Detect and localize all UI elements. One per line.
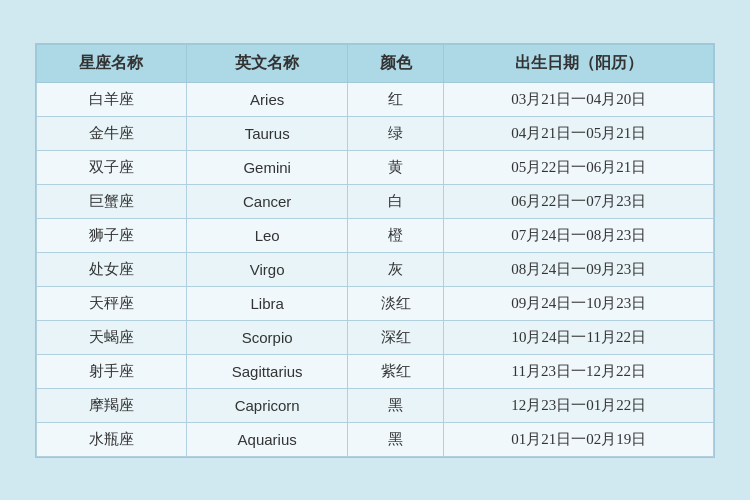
cell-english-name: Capricorn: [186, 388, 348, 422]
cell-chinese-name: 天蝎座: [37, 320, 187, 354]
header-english-name: 英文名称: [186, 44, 348, 82]
cell-english-name: Leo: [186, 218, 348, 252]
cell-dates: 03月21日一04月20日: [444, 82, 714, 116]
table-row: 狮子座Leo橙07月24日一08月23日: [37, 218, 714, 252]
cell-dates: 10月24日一11月22日: [444, 320, 714, 354]
cell-english-name: Gemini: [186, 150, 348, 184]
cell-dates: 09月24日一10月23日: [444, 286, 714, 320]
cell-dates: 12月23日一01月22日: [444, 388, 714, 422]
table-row: 天蝎座Scorpio深红10月24日一11月22日: [37, 320, 714, 354]
cell-chinese-name: 巨蟹座: [37, 184, 187, 218]
cell-dates: 07月24日一08月23日: [444, 218, 714, 252]
cell-dates: 11月23日一12月22日: [444, 354, 714, 388]
zodiac-table-container: 星座名称 英文名称 颜色 出生日期（阳历） 白羊座Aries红03月21日一04…: [35, 43, 715, 458]
cell-chinese-name: 摩羯座: [37, 388, 187, 422]
cell-english-name: Aries: [186, 82, 348, 116]
table-row: 金牛座Taurus绿04月21日一05月21日: [37, 116, 714, 150]
cell-chinese-name: 射手座: [37, 354, 187, 388]
cell-chinese-name: 处女座: [37, 252, 187, 286]
header-color: 颜色: [348, 44, 444, 82]
cell-color: 紫红: [348, 354, 444, 388]
table-row: 巨蟹座Cancer白06月22日一07月23日: [37, 184, 714, 218]
table-row: 摩羯座Capricorn黑12月23日一01月22日: [37, 388, 714, 422]
table-row: 白羊座Aries红03月21日一04月20日: [37, 82, 714, 116]
table-row: 双子座Gemini黄05月22日一06月21日: [37, 150, 714, 184]
cell-dates: 06月22日一07月23日: [444, 184, 714, 218]
cell-english-name: Taurus: [186, 116, 348, 150]
table-row: 天秤座Libra淡红09月24日一10月23日: [37, 286, 714, 320]
cell-color: 灰: [348, 252, 444, 286]
table-row: 射手座Sagittarius紫红11月23日一12月22日: [37, 354, 714, 388]
cell-dates: 01月21日一02月19日: [444, 422, 714, 456]
cell-english-name: Sagittarius: [186, 354, 348, 388]
cell-color: 深红: [348, 320, 444, 354]
cell-chinese-name: 金牛座: [37, 116, 187, 150]
cell-chinese-name: 双子座: [37, 150, 187, 184]
cell-chinese-name: 天秤座: [37, 286, 187, 320]
cell-color: 黑: [348, 388, 444, 422]
cell-english-name: Scorpio: [186, 320, 348, 354]
table-header-row: 星座名称 英文名称 颜色 出生日期（阳历）: [37, 44, 714, 82]
table-row: 处女座Virgo灰08月24日一09月23日: [37, 252, 714, 286]
cell-color: 黑: [348, 422, 444, 456]
cell-color: 红: [348, 82, 444, 116]
cell-chinese-name: 白羊座: [37, 82, 187, 116]
table-row: 水瓶座Aquarius黑01月21日一02月19日: [37, 422, 714, 456]
cell-color: 绿: [348, 116, 444, 150]
cell-color: 白: [348, 184, 444, 218]
header-birth-date: 出生日期（阳历）: [444, 44, 714, 82]
cell-english-name: Virgo: [186, 252, 348, 286]
cell-color: 淡红: [348, 286, 444, 320]
cell-english-name: Cancer: [186, 184, 348, 218]
cell-color: 橙: [348, 218, 444, 252]
zodiac-table: 星座名称 英文名称 颜色 出生日期（阳历） 白羊座Aries红03月21日一04…: [36, 44, 714, 457]
cell-dates: 04月21日一05月21日: [444, 116, 714, 150]
cell-english-name: Libra: [186, 286, 348, 320]
cell-color: 黄: [348, 150, 444, 184]
cell-chinese-name: 狮子座: [37, 218, 187, 252]
header-chinese-name: 星座名称: [37, 44, 187, 82]
cell-dates: 05月22日一06月21日: [444, 150, 714, 184]
cell-dates: 08月24日一09月23日: [444, 252, 714, 286]
cell-chinese-name: 水瓶座: [37, 422, 187, 456]
cell-english-name: Aquarius: [186, 422, 348, 456]
